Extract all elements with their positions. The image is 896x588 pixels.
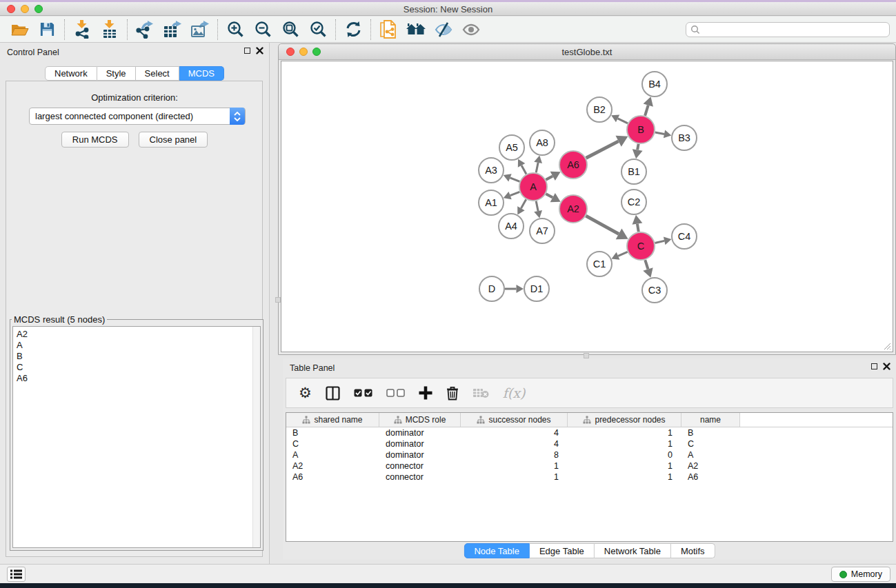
graph-edge-B-B1[interactable] [637,144,638,150]
tab-network-table[interactable]: Network Table [595,543,671,558]
graph-node-C3[interactable]: C3 [642,278,667,303]
export-table-button[interactable] [159,18,186,41]
graph-node-D[interactable]: D [479,276,504,301]
graph-node-A1[interactable]: A1 [479,190,504,215]
tab-edge-table[interactable]: Edge Table [530,543,595,558]
run-mcds-button[interactable]: Run MCDS [61,132,129,148]
graph-edge-A-A8[interactable] [536,163,538,173]
mcds-result-item[interactable]: C [17,362,257,373]
refresh-button[interactable] [339,18,367,41]
hide-details-button[interactable] [430,18,457,41]
mcds-result-item[interactable]: A2 [17,329,257,340]
export-image-button[interactable] [186,18,214,41]
tab-node-table[interactable]: Node Table [464,543,530,558]
function-builder-button[interactable]: f(x) [503,385,526,401]
zoom-fit-button[interactable] [277,18,304,41]
graph-node-A6[interactable]: A6 [559,151,587,179]
toggle-column-panel-button[interactable] [326,386,340,401]
graph-edge-B-B3[interactable] [655,132,664,134]
mcds-result-item[interactable]: A [17,340,257,351]
mcds-result-item[interactable]: B [17,351,257,362]
graph-node-A5[interactable]: A5 [499,135,524,160]
graph-node-B3[interactable]: B3 [672,125,697,150]
create-column-button[interactable] [419,386,432,400]
close-panel-button[interactable]: Close panel [139,132,208,148]
search-input[interactable] [703,25,885,34]
graph-edge-B-B4[interactable] [645,105,648,116]
column-header-shared-name[interactable]: shared name [286,413,379,427]
zoom-selected-button[interactable] [304,18,332,41]
graph-edge-B-B2[interactable] [618,119,628,123]
table-settings-button[interactable]: ⚙ [299,386,312,401]
resize-grip-icon[interactable] [882,341,891,350]
delete-column-button[interactable] [446,386,459,401]
tab-motifs[interactable]: Motifs [671,543,715,558]
table-row[interactable]: Bdominator41B [286,427,893,438]
splitter-handle[interactable] [275,297,281,303]
tab-network[interactable]: Network [45,66,97,81]
network-canvas[interactable]: B4B2BB3B1A5A8A6A3AA1C2A4A7A2CC4C1C3DD1 [281,61,893,352]
splitter-handle[interactable] [584,353,589,358]
graph-edge-C-C4[interactable] [655,241,664,243]
graph-node-B1[interactable]: B1 [621,159,646,184]
graph-edge-A-A1[interactable] [510,192,520,195]
criterion-dropdown[interactable]: largest connected component (directed) [29,108,246,125]
network-from-document-button[interactable] [375,18,402,41]
open-session-button[interactable] [6,18,33,41]
graph-edge-A-A3[interactable] [510,178,519,182]
graph-node-D1[interactable]: D1 [524,276,549,301]
close-panel-icon[interactable] [256,47,263,54]
select-all-columns-button[interactable] [354,389,372,397]
network-window-titlebar[interactable]: testGlobe.txt [279,44,895,60]
graph-node-A4[interactable]: A4 [499,214,524,239]
export-network-button[interactable] [131,18,159,41]
tab-mcds[interactable]: MCDS [179,66,224,81]
graph-edge-C-C2[interactable] [637,224,639,232]
column-header-name[interactable]: name [681,413,740,427]
graph-node-C[interactable]: C [627,232,655,260]
graph-node-C1[interactable]: C1 [587,252,612,276]
memory-button[interactable]: Memory [831,567,890,582]
graph-edge-A-A5[interactable] [521,165,526,174]
column-header-successor-nodes[interactable]: successor nodes [461,413,568,427]
task-history-button[interactable] [7,567,26,582]
delete-table-button[interactable] [472,387,489,398]
save-session-button[interactable] [33,18,61,41]
graph-node-B[interactable]: B [627,116,655,143]
unselect-all-columns-button[interactable] [386,389,405,397]
graph-edge-A-A2[interactable] [546,194,552,197]
graph-node-B2[interactable]: B2 [587,97,612,122]
graph-node-A[interactable]: A [519,173,547,201]
table-row[interactable]: A6connector11A6 [286,472,893,483]
import-network-button[interactable] [68,18,96,41]
graph-edge-A2-C[interactable] [586,216,619,234]
graph-node-A2[interactable]: A2 [559,195,587,223]
graph-edge-C-C3[interactable] [645,260,648,269]
graph-edge-A-A7[interactable] [536,201,538,212]
tab-style[interactable]: Style [97,66,136,81]
graph-node-B4[interactable]: B4 [642,72,667,97]
home-layout-button[interactable] [402,18,430,41]
show-details-button[interactable] [457,18,485,41]
mcds-result-item[interactable]: A6 [17,373,257,384]
graph-edge-A-A6[interactable] [546,176,552,179]
graph-edge-A-A4[interactable] [521,199,526,208]
graph-node-A3[interactable]: A3 [479,158,504,183]
graph-node-A8[interactable]: A8 [530,130,555,155]
import-table-button[interactable] [96,18,123,41]
zoom-out-button[interactable] [249,18,277,41]
zoom-in-button[interactable] [221,18,249,41]
graph-edge-C-C1[interactable] [618,252,628,256]
close-panel-icon[interactable] [883,363,890,370]
tab-select[interactable]: Select [136,66,179,81]
graph-node-A7[interactable]: A7 [530,219,555,243]
graph-node-C4[interactable]: C4 [672,224,697,249]
table-row[interactable]: Adominator80A [286,449,893,460]
mcds-list-scrollbar[interactable] [252,327,260,547]
float-panel-icon[interactable] [244,48,250,54]
table-row[interactable]: Cdominator41C [286,438,893,449]
column-header-predecessor-nodes[interactable]: predecessor nodes [568,413,681,427]
column-header-MCDS-role[interactable]: MCDS role [379,413,461,427]
float-panel-icon[interactable] [871,363,877,369]
graph-node-C2[interactable]: C2 [621,190,646,214]
